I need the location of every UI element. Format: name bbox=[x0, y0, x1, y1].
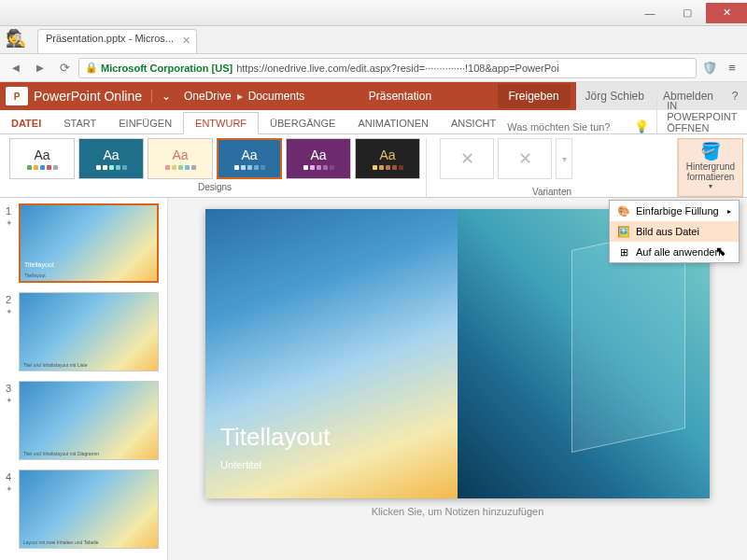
app-bar: P PowerPoint Online ⌄ OneDrive ▸ Documen… bbox=[0, 82, 747, 110]
designs-label: Designs bbox=[9, 179, 420, 192]
ribbon: AaAaAaAaAaAa Designs ✕ ✕ ▾ Varianten 🪣 H… bbox=[0, 134, 747, 198]
slide-bg-left bbox=[205, 209, 458, 498]
star-icon: ✦ bbox=[6, 218, 13, 228]
user-name[interactable]: Jörg Schieb bbox=[576, 82, 654, 110]
app-logo-icon[interactable]: P bbox=[6, 87, 28, 105]
tab-insert[interactable]: EINFÜGEN bbox=[107, 113, 183, 133]
reload-icon[interactable]: ⟳ bbox=[54, 58, 75, 78]
extension-icon[interactable]: 🛡️ bbox=[700, 59, 719, 77]
submenu-arrow-icon: ▸ bbox=[727, 207, 731, 216]
image-icon: 🖼️ bbox=[617, 225, 630, 238]
breadcrumb-sep-icon: ▸ bbox=[235, 90, 245, 103]
forward-icon[interactable]: ► bbox=[30, 58, 50, 78]
maximize-button[interactable]: ▢ bbox=[669, 3, 706, 23]
variant-1[interactable]: ✕ bbox=[440, 138, 494, 179]
app-menu-chevron[interactable]: ⌄ bbox=[151, 90, 180, 103]
incognito-icon: 🕵️ bbox=[6, 28, 26, 49]
menu-apply-all[interactable]: ⊞ Auf alle anwenden bbox=[610, 242, 739, 262]
format-background-button[interactable]: 🪣 Hintergrund formatieren ▾ bbox=[678, 138, 743, 197]
theme-option-2[interactable]: Aa bbox=[148, 138, 213, 179]
minimize-button[interactable]: — bbox=[631, 3, 669, 23]
thumb-number: 1✦ bbox=[6, 203, 15, 283]
tab-animations[interactable]: ANIMATIONEN bbox=[346, 113, 440, 133]
star-icon: ✦ bbox=[6, 396, 13, 405]
breadcrumb-documents[interactable]: Documents bbox=[245, 90, 309, 103]
theme-option-1[interactable]: Aa bbox=[78, 138, 144, 179]
back-icon[interactable]: ◄ bbox=[6, 58, 26, 78]
share-button[interactable]: Freigeben bbox=[498, 84, 571, 108]
paint-bucket-icon: 🪣 bbox=[700, 141, 721, 161]
tab-close-icon[interactable]: ✕ bbox=[182, 35, 190, 47]
tab-home[interactable]: START bbox=[52, 113, 107, 133]
theme-option-0[interactable]: Aa bbox=[9, 138, 75, 179]
browser-tabbar: 🕵️ Präsentation.pptx - Micros... ✕ bbox=[0, 26, 747, 54]
document-name[interactable]: Präsentation bbox=[308, 90, 491, 103]
thumb-number: 2✦ bbox=[6, 292, 15, 371]
menu-solid-fill[interactable]: 🎨 Einfarbige Füllung ▸ bbox=[610, 201, 739, 221]
paint-icon: 🎨 bbox=[617, 204, 630, 217]
slide-thumbnail-1[interactable]: TitellayoutTitellayout bbox=[19, 203, 159, 283]
menu-icon[interactable]: ≡ bbox=[723, 59, 741, 77]
address-bar: ◄ ► ⟳ 🔒 Microsoft Corporation [US] https… bbox=[0, 54, 747, 82]
notes-placeholder[interactable]: Klicken Sie, um Notizen hinzuzufügen bbox=[372, 498, 544, 525]
ribbon-tabs: DATEI START EINFÜGEN ENTWURF ÜBERGÄNGE A… bbox=[0, 110, 747, 134]
url-text: https://onedrive.live.com/edit.aspx?resi… bbox=[236, 63, 558, 74]
theme-option-4[interactable]: Aa bbox=[286, 138, 351, 179]
tab-design[interactable]: ENTWURF bbox=[183, 112, 259, 134]
slide-thumbnail-2[interactable]: Titel und Inhaltslayout mit Liste bbox=[19, 292, 159, 371]
theme-option-5[interactable]: Aa bbox=[355, 138, 420, 179]
star-icon: ✦ bbox=[6, 484, 13, 494]
slide-panel[interactable]: 1✦TitellayoutTitellayout2✦Titel und Inha… bbox=[0, 198, 168, 560]
slide-title[interactable]: Titellayout bbox=[220, 423, 331, 452]
tab-title: Präsentation.pptx - Micros... bbox=[46, 33, 174, 44]
theme-gallery: AaAaAaAaAaAa bbox=[9, 138, 420, 179]
tellme-input[interactable] bbox=[507, 121, 628, 133]
slide-thumbnail-3[interactable]: Titel und Inhaltslayout mit Diagramm bbox=[19, 381, 159, 460]
format-background-menu: 🎨 Einfarbige Füllung ▸ 🖼️ Bild aus Datei… bbox=[609, 200, 740, 263]
tab-view[interactable]: ANSICHT bbox=[440, 113, 507, 133]
url-field[interactable]: 🔒 Microsoft Corporation [US] https://one… bbox=[78, 58, 697, 78]
open-in-desktop[interactable]: IN POWERPOINT ÖFFNEN bbox=[656, 100, 747, 133]
breadcrumb-onedrive[interactable]: OneDrive bbox=[180, 90, 235, 103]
variants-label: Varianten bbox=[432, 184, 671, 197]
window-titlebar: — ▢ ✕ bbox=[0, 0, 747, 26]
tab-transitions[interactable]: ÜBERGÄNGE bbox=[259, 113, 346, 133]
close-button[interactable]: ✕ bbox=[706, 3, 747, 23]
cert-label: Microsoft Corporation [US] bbox=[101, 63, 233, 74]
variant-gallery: ✕ ✕ ▾ bbox=[432, 138, 671, 184]
variant-more[interactable]: ▾ bbox=[556, 138, 572, 179]
thumb-number: 4✦ bbox=[6, 469, 15, 549]
variant-2[interactable]: ✕ bbox=[498, 138, 552, 179]
apply-all-icon: ⊞ bbox=[617, 245, 630, 259]
lock-icon: 🔒 bbox=[85, 62, 98, 74]
tab-file[interactable]: DATEI bbox=[0, 113, 52, 133]
slide-subtitle[interactable]: Untertitel bbox=[220, 459, 261, 470]
theme-option-3[interactable]: Aa bbox=[217, 138, 282, 179]
star-icon: ✦ bbox=[6, 307, 13, 316]
chevron-down-icon: ▾ bbox=[709, 182, 712, 190]
format-bg-label: Hintergrund formatieren bbox=[679, 161, 742, 182]
thumb-number: 3✦ bbox=[6, 381, 15, 460]
menu-image-from-file[interactable]: 🖼️ Bild aus Datei bbox=[610, 221, 739, 242]
slide-thumbnail-4[interactable]: Layout mit zwei Inhalten und Tabelle bbox=[19, 469, 159, 549]
bulb-icon: 💡 bbox=[634, 119, 649, 133]
app-title: PowerPoint Online bbox=[34, 89, 151, 104]
browser-tab[interactable]: Präsentation.pptx - Micros... ✕ bbox=[37, 29, 197, 53]
